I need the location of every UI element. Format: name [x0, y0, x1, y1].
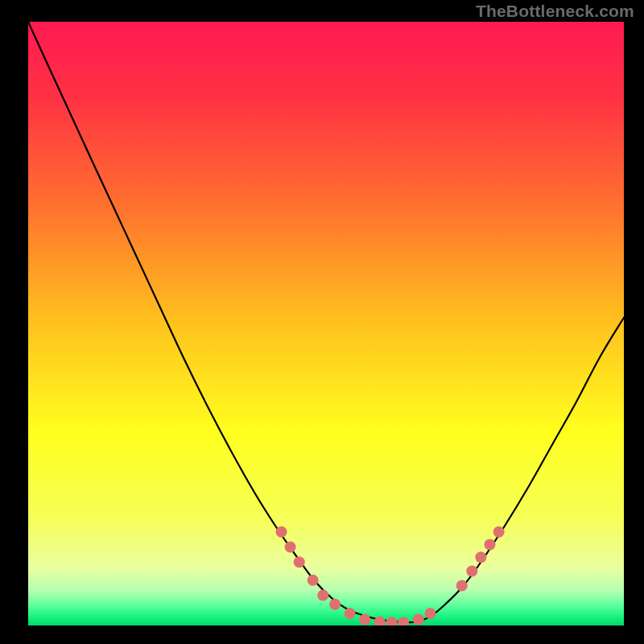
highlight-point — [294, 556, 305, 568]
highlight-point — [493, 526, 505, 538]
highlight-point — [475, 551, 486, 563]
highlight-point — [485, 539, 496, 551]
watermark-text: TheBottleneck.com — [476, 2, 634, 21]
highlight-point — [276, 526, 287, 538]
highlight-point — [466, 566, 477, 577]
highlight-point — [345, 608, 356, 619]
highlight-point — [398, 617, 409, 628]
highlight-point — [425, 608, 436, 619]
highlight-point — [359, 614, 370, 625]
highlight-point — [285, 542, 296, 553]
highlight-point — [374, 617, 386, 628]
plot-background — [28, 22, 624, 625]
highlight-point — [329, 599, 341, 610]
highlight-point — [308, 575, 319, 586]
chart-frame: { "watermark": "TheBottleneck.com", "cha… — [0, 0, 644, 644]
highlight-point — [413, 614, 424, 625]
highlight-point — [386, 617, 397, 628]
highlight-point — [317, 590, 328, 601]
bottleneck-chart — [0, 0, 644, 644]
highlight-point — [456, 580, 468, 592]
